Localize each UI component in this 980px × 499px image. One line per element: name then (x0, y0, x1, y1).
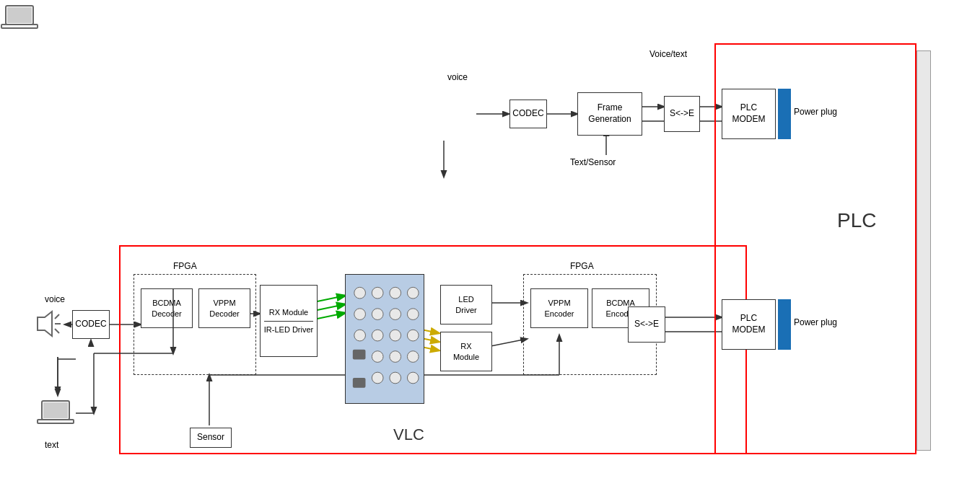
power-plug-bottom-label: Power plug (794, 317, 837, 327)
svg-point-46 (407, 351, 419, 363)
svg-rect-57 (49, 423, 62, 424)
svg-point-30 (354, 287, 366, 299)
svg-line-53 (55, 329, 59, 333)
plc-modem-bottom-box: PLC MODEM (722, 299, 776, 350)
svg-point-40 (390, 330, 401, 341)
svg-line-51 (55, 314, 59, 319)
svg-rect-43 (353, 378, 366, 388)
rx-module-left-label: RX Module (264, 307, 313, 321)
codec-top-box: CODEC (509, 100, 547, 128)
svg-point-48 (390, 372, 401, 384)
fpga-left-label: FPGA (173, 261, 197, 271)
text-label-bottom: text (45, 440, 58, 450)
svg-point-47 (372, 372, 383, 384)
rx-module-right-box: RX Module (440, 332, 492, 371)
svg-point-36 (390, 309, 401, 320)
light-matrix-box (345, 274, 424, 404)
svg-point-41 (407, 330, 419, 341)
sensor-box: Sensor (190, 428, 232, 448)
svg-rect-29 (13, 27, 26, 29)
svg-rect-27 (7, 7, 32, 23)
svg-point-38 (354, 330, 366, 341)
svg-point-49 (407, 372, 419, 384)
laptop-bottom (36, 395, 76, 431)
svg-marker-50 (38, 312, 52, 336)
vppm-decoder-box: VPPM Decoder (198, 288, 250, 328)
sce-top-box: S<->E (664, 96, 700, 132)
laptop-top (0, 0, 40, 40)
frame-gen-box: Frame Generation (577, 92, 642, 136)
svg-rect-55 (43, 402, 68, 418)
svg-point-31 (372, 287, 383, 299)
led-driver-box: LED Driver (440, 285, 492, 324)
svg-point-45 (390, 351, 401, 363)
svg-point-39 (372, 330, 383, 341)
svg-point-32 (390, 287, 401, 299)
irled-driver-label: IR-LED Driver (264, 324, 313, 335)
svg-point-35 (372, 309, 383, 320)
plc-vertical-bar (916, 50, 931, 451)
power-plug-bottom (778, 299, 791, 350)
svg-point-34 (354, 309, 366, 320)
voice-label-bottom: voice (45, 294, 65, 304)
sce-bottom-box: S<->E (628, 306, 665, 343)
vppm-encoder-box: VPPM Encoder (530, 288, 588, 328)
voice-label-top: voice (447, 72, 468, 82)
svg-point-44 (372, 351, 383, 363)
svg-rect-42 (353, 350, 366, 360)
vlc-label: VLC (393, 425, 424, 444)
svg-point-37 (407, 309, 419, 320)
rx-irled-box: RX Module IR-LED Driver (260, 285, 318, 357)
textsensor-label: Text/Sensor (570, 157, 616, 167)
fpga-right-label: FPGA (570, 261, 594, 271)
codec-bottom-box: CODEC (72, 310, 110, 339)
bcdma-decoder-box: BCDMA Decoder (141, 288, 193, 328)
voicetext-label: Voice/text (649, 49, 687, 59)
svg-point-33 (407, 287, 419, 299)
speaker-icon (35, 309, 62, 339)
